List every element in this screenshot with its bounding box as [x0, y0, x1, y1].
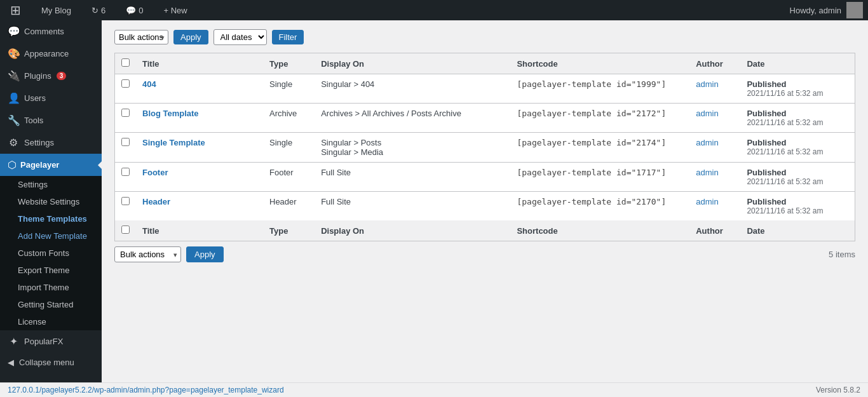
items-count: 5 items [829, 250, 855, 259]
submenu-import-theme[interactable]: Import Theme [0, 279, 102, 296]
row-checkbox-cell[interactable] [115, 74, 137, 104]
apply-bottom-button[interactable]: Apply [186, 246, 224, 262]
table-row: Footer Footer Full Site [pagelayer-templ… [115, 163, 855, 192]
row-shortcode-cell: [pagelayer-template id="2172"] [510, 104, 689, 133]
submenu-website-settings[interactable]: Website Settings [0, 193, 102, 210]
col-check-all-bottom[interactable] [115, 220, 137, 241]
col-type-bottom[interactable]: Type [263, 220, 315, 241]
row-title-link[interactable]: Single Template [142, 138, 205, 147]
col-display-on-bottom[interactable]: Display On [315, 220, 510, 241]
row-title-cell: 404 [136, 74, 263, 104]
row-author-link[interactable]: admin [696, 197, 718, 206]
row-checkbox[interactable] [121, 79, 130, 88]
row-display-on-cell: Full Site [315, 192, 510, 221]
col-check-all[interactable] [115, 53, 137, 74]
comments-item[interactable]: 💬 0 [121, 0, 148, 20]
row-author-cell: admin [689, 104, 740, 133]
apply-top-button[interactable] [173, 30, 208, 44]
sidebar-item-comments[interactable]: 💬 Comments [0, 20, 102, 43]
row-title-link[interactable]: Blog Template [142, 109, 199, 118]
submenu-theme-templates[interactable]: Theme Templates [0, 210, 102, 227]
filter-button[interactable]: Filter [272, 30, 304, 44]
sidebar-item-tools[interactable]: 🔧 Tools [0, 109, 102, 131]
row-date: 2021/11/16 at 5:32 am [747, 177, 848, 186]
sidebar-item-settings[interactable]: ⚙ Settings [0, 131, 102, 154]
check-all-bottom-checkbox[interactable] [121, 225, 130, 234]
new-label: + New [163, 6, 187, 15]
row-date: 2021/11/16 at 5:32 am [747, 206, 848, 215]
row-title-cell: Single Template [136, 133, 263, 163]
row-checkbox-cell[interactable] [115, 133, 137, 163]
row-shortcode-cell: [pagelayer-template id="2174"] [510, 133, 689, 163]
col-shortcode-bottom[interactable]: Shortcode [510, 220, 689, 241]
site-name[interactable]: My Blog [36, 0, 76, 20]
submenu-getting-started[interactable]: Getting Started [0, 296, 102, 313]
row-checkbox[interactable] [121, 197, 130, 205]
submenu-custom-fonts[interactable]: Custom Fonts [0, 245, 102, 262]
pagelayer-arrow-icon [94, 161, 102, 169]
row-status: Published [747, 197, 848, 206]
submenu-export-theme[interactable]: Export Theme [0, 262, 102, 279]
row-author-link[interactable]: admin [696, 138, 718, 147]
sidebar-item-users[interactable]: 👤 Users [0, 87, 102, 109]
col-display-on[interactable]: Display On [315, 53, 510, 74]
row-title-link[interactable]: Footer [142, 168, 168, 177]
updates-item[interactable]: ↻ 6 [86, 0, 111, 20]
check-all-checkbox[interactable] [121, 58, 130, 67]
collapse-menu-button[interactable]: ◀ Collapse menu [0, 353, 102, 372]
row-checkbox[interactable] [121, 109, 130, 117]
row-title-link[interactable]: 404 [142, 79, 156, 89]
col-date[interactable]: Date [740, 53, 855, 74]
wp-logo[interactable]: ⊞ [5, 0, 26, 20]
bulk-actions-top-select[interactable]: Bulk actions [114, 30, 168, 44]
table-row: Header Header Full Site [pagelayer-templ… [115, 192, 855, 221]
popularfx-icon: ✦ [8, 335, 19, 347]
sidebar-popularfx-label: PopularFX [24, 337, 63, 346]
row-checkbox-cell[interactable] [115, 163, 137, 192]
row-display-on-cell: Singular > 404 [315, 74, 510, 104]
submenu-add-new-template[interactable]: Add New Template [0, 227, 102, 245]
sidebar-item-popularfx[interactable]: ✦ PopularFX [0, 330, 102, 353]
row-author-link[interactable]: admin [696, 79, 718, 89]
new-content[interactable]: + New [158, 0, 192, 20]
col-shortcode[interactable]: Shortcode [510, 53, 689, 74]
row-date-cell: Published 2021/11/16 at 5:32 am [740, 192, 855, 221]
sidebar-item-pagelayer[interactable]: ⬡ Pagelayer [0, 154, 102, 176]
tablenav-top: Bulk actions All dates Filter [114, 27, 855, 48]
row-author-link[interactable]: admin [696, 168, 718, 177]
bulk-actions-bottom-select[interactable]: Bulk actions [114, 246, 181, 262]
howdy-text: Howdy, admin [790, 6, 841, 15]
col-author-bottom[interactable]: Author [689, 220, 740, 241]
tablenav-bottom: Bulk actions Apply 5 items [114, 246, 855, 262]
col-date-bottom[interactable]: Date [740, 220, 855, 241]
row-checkbox-cell[interactable] [115, 104, 137, 133]
col-title-bottom[interactable]: Title [136, 220, 263, 241]
row-shortcode-cell: [pagelayer-template id="1717"] [510, 163, 689, 192]
row-title-cell: Blog Template [136, 104, 263, 133]
table-row: Single Template Single Singular > PostsS… [115, 133, 855, 163]
url-display: 127.0.0.1/pagelayer5.2.2/wp-admin/admin.… [8, 386, 284, 394]
all-dates-select[interactable]: All dates [214, 29, 267, 45]
row-author-cell: admin [689, 133, 740, 163]
table-row: Blog Template Archive Archives > All Arc… [115, 104, 855, 133]
row-date-cell: Published 2021/11/16 at 5:32 am [740, 133, 855, 163]
avatar[interactable] [846, 2, 863, 18]
submenu-settings[interactable]: Settings [0, 176, 102, 193]
updates-icon: ↻ [92, 6, 98, 15]
row-author-link[interactable]: admin [696, 109, 718, 118]
row-checkbox[interactable] [121, 138, 130, 146]
row-title-link[interactable]: Header [142, 197, 170, 206]
col-author[interactable]: Author [689, 53, 740, 74]
col-type[interactable]: Type [263, 53, 315, 74]
row-checkbox-cell[interactable] [115, 192, 137, 221]
table-footer-row: Title Type Display On Shortcode Author D… [115, 220, 855, 241]
sidebar-item-plugins[interactable]: 🔌 Plugins 3 [0, 65, 102, 87]
submenu-license[interactable]: License [0, 313, 102, 330]
row-checkbox[interactable] [121, 168, 130, 176]
comments-icon: 💬 [8, 25, 19, 37]
pagelayer-icon: ⬡ [8, 159, 17, 171]
comment-icon: 💬 [126, 6, 136, 15]
sidebar-item-appearance[interactable]: 🎨 Appearance [0, 43, 102, 65]
col-title[interactable]: Title [136, 53, 263, 74]
status-bar: 127.0.0.1/pagelayer5.2.2/wp-admin/admin.… [0, 382, 868, 397]
